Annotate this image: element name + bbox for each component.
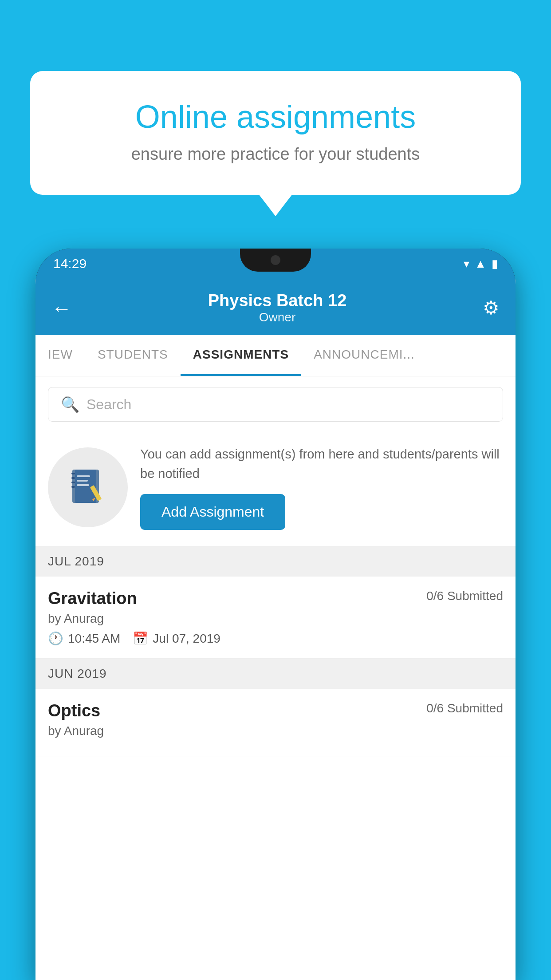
svg-rect-4 (77, 484, 89, 486)
search-container: 🔍 Search (35, 376, 516, 432)
search-icon: 🔍 (61, 395, 79, 413)
assignment-top-row: Gravitation 0/6 Submitted (48, 589, 503, 608)
assignment-name-optics: Optics (48, 701, 100, 720)
notebook-icon (68, 467, 108, 507)
status-bar: 14:29 ▾ ▲ ▮ (35, 249, 516, 279)
app-header: ← Physics Batch 12 Owner ⚙ (35, 279, 516, 335)
svg-rect-6 (71, 477, 75, 479)
search-placeholder: Search (87, 396, 131, 413)
promo-icon-circle (48, 447, 128, 527)
svg-rect-2 (77, 475, 90, 477)
settings-icon[interactable]: ⚙ (483, 297, 500, 319)
svg-rect-3 (77, 480, 88, 482)
clock-icon: 🕐 (48, 631, 63, 646)
assignment-item-optics[interactable]: Optics 0/6 Submitted by Anurag (35, 689, 516, 756)
phone-screen: ← Physics Batch 12 Owner ⚙ IEW STUDENTS … (35, 279, 516, 980)
tab-assignments[interactable]: ASSIGNMENTS (181, 335, 301, 376)
assignment-by-optics: by Anurag (48, 724, 503, 738)
assignment-submitted: 0/6 Submitted (426, 589, 503, 603)
svg-rect-8 (71, 486, 75, 488)
phone-notch (240, 249, 311, 272)
svg-rect-7 (71, 482, 75, 483)
signal-icon: ▲ (475, 257, 486, 271)
wifi-icon: ▾ (464, 257, 469, 271)
month-header-jun: JUN 2019 (35, 659, 516, 689)
assignment-name: Gravitation (48, 589, 137, 608)
header-center: Physics Batch 12 Owner (208, 291, 347, 324)
bubble-subtitle: ensure more practice for your students (66, 145, 485, 164)
add-assignment-button[interactable]: Add Assignment (140, 494, 285, 530)
assignment-by: by Anurag (48, 612, 503, 626)
assignment-submitted-optics: 0/6 Submitted (426, 701, 503, 715)
camera-dot (271, 255, 280, 265)
tab-announcements[interactable]: ANNOUNCEMI... (301, 335, 427, 376)
promo-content: You can add assignment(s) from here and … (140, 445, 503, 530)
phone-frame: 14:29 ▾ ▲ ▮ ← Physics Batch 12 Owner ⚙ I… (35, 249, 516, 980)
assignment-time: 🕐 10:45 AM (48, 631, 120, 646)
assignment-meta: 🕐 10:45 AM 📅 Jul 07, 2019 (48, 631, 503, 646)
bubble-title: Online assignments (66, 98, 485, 136)
tabs-container: IEW STUDENTS ASSIGNMENTS ANNOUNCEMI... (35, 335, 516, 376)
back-button[interactable]: ← (51, 296, 72, 320)
speech-bubble: Online assignments ensure more practice … (30, 71, 521, 195)
month-header-jul: JUL 2019 (35, 546, 516, 577)
search-bar[interactable]: 🔍 Search (48, 387, 503, 422)
speech-bubble-section: Online assignments ensure more practice … (30, 71, 521, 195)
tab-iew[interactable]: IEW (35, 335, 85, 376)
svg-rect-5 (71, 473, 75, 474)
header-title: Physics Batch 12 (208, 291, 347, 310)
status-icons: ▾ ▲ ▮ (464, 257, 498, 271)
tab-students[interactable]: STUDENTS (85, 335, 181, 376)
assignment-date: 📅 Jul 07, 2019 (133, 631, 220, 646)
assignment-item-gravitation[interactable]: Gravitation 0/6 Submitted by Anurag 🕐 10… (35, 577, 516, 659)
promo-section: You can add assignment(s) from here and … (35, 432, 516, 546)
promo-description: You can add assignment(s) from here and … (140, 445, 503, 483)
battery-icon: ▮ (492, 257, 498, 271)
calendar-icon: 📅 (133, 631, 148, 646)
status-time: 14:29 (53, 256, 87, 271)
assignment-top-row-optics: Optics 0/6 Submitted (48, 701, 503, 720)
header-subtitle: Owner (208, 310, 347, 324)
